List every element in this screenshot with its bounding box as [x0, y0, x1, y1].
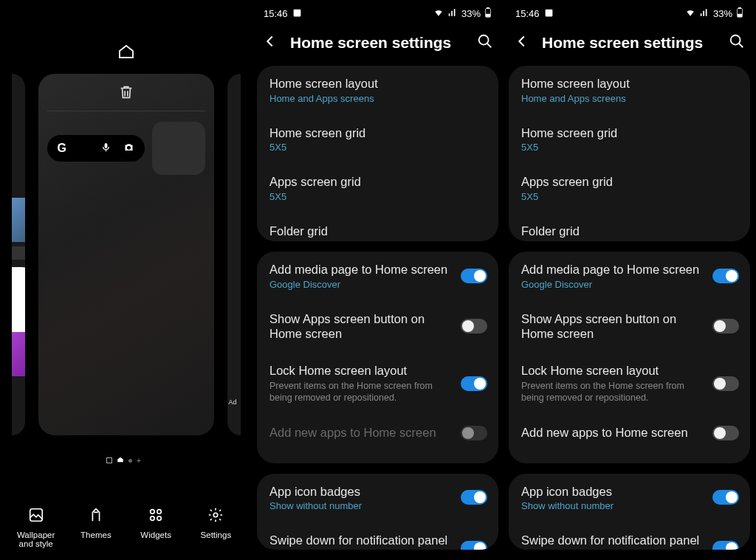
svg-point-2 [157, 510, 162, 514]
media-page-toggle[interactable] [712, 269, 739, 283]
settings-card-options: Add media page to Home screen Google Dis… [509, 252, 750, 463]
svg-point-10 [479, 35, 489, 45]
row-apps-grid[interactable]: Apps screen grid 5X5 [509, 163, 750, 212]
row-hide-apps[interactable]: Hide apps [509, 451, 750, 463]
battery-icon [736, 7, 743, 20]
svg-point-3 [151, 516, 155, 521]
home-page-current[interactable]: G [38, 74, 214, 435]
show-apps-toggle[interactable] [461, 319, 487, 333]
row-folder-grid[interactable]: Folder grid 4X4 [257, 212, 498, 241]
widgets-icon [129, 504, 182, 526]
google-search-widget[interactable]: G [47, 135, 145, 162]
row-folder-grid[interactable]: Folder grid 4X4 [509, 212, 750, 241]
media-page-toggle[interactable] [461, 269, 487, 283]
widgets-button[interactable]: Widgets [129, 504, 182, 548]
svg-rect-14 [738, 14, 742, 17]
google-icon: G [58, 142, 66, 155]
show-apps-toggle[interactable] [712, 319, 739, 333]
battery-text: 33% [461, 8, 481, 19]
row-icon-badges[interactable]: App icon badges Show without number [257, 474, 498, 522]
back-button[interactable] [514, 33, 530, 52]
svg-rect-8 [487, 7, 489, 8]
search-button[interactable] [477, 33, 493, 52]
badges-toggle[interactable] [712, 490, 739, 505]
settings-card-options: Add media page to Home screen Google Dis… [257, 252, 498, 463]
row-swipe-notif[interactable]: Swipe down for notification panel [509, 522, 750, 550]
mic-icon[interactable] [100, 142, 111, 156]
row-lock-layout[interactable]: Lock Home screen layout Prevent items on… [257, 352, 498, 414]
wallpaper-label: Wallpaper and style [10, 530, 63, 548]
swipe-notif-toggle[interactable] [461, 541, 487, 550]
svg-rect-6 [293, 9, 300, 16]
settings-card-grids: Home screen layout Home and Apps screens… [509, 66, 750, 241]
svg-rect-11 [545, 9, 552, 16]
wifi-icon [685, 7, 695, 20]
camera-icon[interactable] [123, 142, 134, 156]
row-apps-grid[interactable]: Apps screen grid 5X5 [257, 163, 498, 212]
peek-label: Ad [229, 398, 237, 406]
home-page-next-peek[interactable]: Ad [227, 74, 241, 435]
home-editor-panel: G Ad + Wallpaper and style Themes [0, 0, 252, 560]
editor-toolbar: Wallpaper and style Themes Widgets Setti… [0, 497, 252, 560]
svg-point-1 [151, 510, 155, 514]
status-time: 15:46 [515, 8, 540, 19]
settings-label: Settings [189, 530, 242, 539]
settings-card-badges: App icon badges Show without number Swip… [509, 474, 750, 550]
add-new-apps-toggle[interactable] [712, 426, 739, 440]
signal-icon [699, 7, 709, 20]
search-button[interactable] [729, 33, 745, 52]
row-lock-layout[interactable]: Lock Home screen layout Prevent items on… [509, 352, 750, 414]
page-title: Home screen settings [542, 34, 717, 52]
wallpaper-button[interactable]: Wallpaper and style [10, 504, 63, 548]
settings-button[interactable]: Settings [189, 504, 242, 548]
row-media-page[interactable]: Add media page to Home screen Google Dis… [257, 252, 498, 300]
row-home-grid[interactable]: Home screen grid 5X5 [509, 114, 750, 164]
settings-card-badges: App icon badges Show without number Swip… [257, 474, 498, 550]
settings-panel-a: 15:46 33% Home screen settings Home scre… [252, 0, 504, 560]
themes-label: Themes [69, 530, 123, 539]
page-indicator-dots[interactable]: + [0, 456, 252, 465]
home-pages-carousel[interactable]: G Ad [0, 74, 252, 443]
home-indicator-icon [0, 43, 252, 63]
row-home-layout[interactable]: Home screen layout Home and Apps screens [509, 66, 750, 114]
themes-button[interactable]: Themes [69, 504, 123, 548]
svg-point-5 [214, 513, 219, 517]
widgets-label: Widgets [129, 530, 182, 539]
wallpaper-icon [10, 504, 63, 526]
row-media-page[interactable]: Add media page to Home screen Google Dis… [509, 252, 750, 300]
status-bar: 15:46 33% [504, 0, 755, 24]
photo-icon [292, 8, 302, 20]
battery-text: 33% [713, 8, 732, 19]
row-add-new-apps[interactable]: Add new apps to Home screen [509, 414, 750, 451]
settings-panel-b: 15:46 33% Home screen settings Home scre… [504, 0, 755, 560]
row-hide-apps[interactable]: Hide apps [257, 451, 498, 463]
widget-placeholder[interactable] [152, 122, 205, 175]
gear-icon [189, 504, 242, 526]
lock-layout-toggle[interactable] [461, 376, 487, 391]
lock-layout-toggle[interactable] [712, 376, 739, 391]
row-show-apps-button[interactable]: Show Apps screen button on Home screen [257, 300, 498, 352]
signal-icon [447, 7, 458, 20]
trash-icon[interactable] [118, 90, 134, 103]
svg-rect-0 [30, 509, 42, 522]
panel-header: Home screen settings [252, 24, 504, 66]
svg-rect-9 [486, 14, 490, 17]
row-home-layout[interactable]: Home screen layout Home and Apps screens [257, 66, 498, 114]
wifi-icon [433, 7, 444, 20]
themes-icon [69, 504, 123, 526]
row-home-grid[interactable]: Home screen grid 5X5 [257, 114, 498, 164]
status-bar: 15:46 33% [252, 0, 504, 24]
badges-toggle[interactable] [461, 490, 487, 505]
swipe-notif-toggle[interactable] [712, 541, 739, 550]
settings-card-grids: Home screen layout Home and Apps screens… [257, 66, 498, 241]
back-button[interactable] [262, 33, 278, 52]
home-page-prev-peek[interactable] [12, 74, 25, 435]
battery-icon [484, 7, 492, 20]
panel-header: Home screen settings [504, 24, 755, 66]
page-title: Home screen settings [290, 34, 465, 52]
svg-point-15 [731, 35, 740, 45]
row-icon-badges[interactable]: App icon badges Show without number [509, 474, 750, 522]
row-swipe-notif[interactable]: Swipe down for notification panel [257, 522, 498, 550]
row-show-apps-button[interactable]: Show Apps screen button on Home screen [509, 300, 750, 352]
svg-point-4 [157, 516, 162, 521]
